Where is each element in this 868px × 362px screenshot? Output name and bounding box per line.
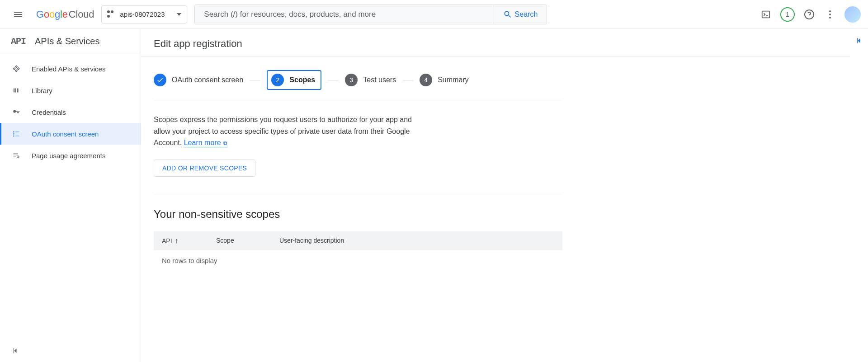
help-button[interactable] <box>803 8 816 21</box>
step-number: 4 <box>420 74 432 86</box>
search-box: Search <box>194 5 547 24</box>
sort-arrow-up-icon: ↑ <box>175 237 179 245</box>
help-icon <box>804 9 815 20</box>
search-icon <box>503 10 512 19</box>
scopes-table: API ↑ Scope User-facing description No r… <box>154 231 562 271</box>
step-oauth-consent[interactable]: OAuth consent screen <box>154 74 243 86</box>
table-empty-row: No rows to display <box>154 250 562 271</box>
step-number: 3 <box>345 74 358 86</box>
chevron-left-icon <box>11 346 20 355</box>
sidebar-item-label: Library <box>32 87 52 94</box>
project-picker[interactable]: apis-08072023 <box>101 5 187 24</box>
sidebar-item-label: Credentials <box>32 108 66 116</box>
external-link-icon: ⧉ <box>222 140 227 146</box>
kebab-icon <box>829 10 831 19</box>
library-icon <box>11 85 22 96</box>
search-input[interactable] <box>195 10 493 19</box>
scopes-description: Scopes express the permissions you reque… <box>154 114 425 149</box>
step-connector <box>328 80 339 80</box>
step-label: OAuth consent screen <box>172 76 243 84</box>
search-button[interactable]: Search <box>494 5 547 24</box>
step-number: 2 <box>271 74 284 86</box>
sidebar-item-oauth-consent[interactable]: OAuth consent screen <box>0 123 141 145</box>
sidebar-item-page-usage[interactable]: Page usage agreements <box>0 145 141 166</box>
svg-rect-4 <box>857 38 858 43</box>
hamburger-menu-button[interactable] <box>7 4 29 25</box>
sidebar-title: APIs & Services <box>35 36 99 47</box>
sidebar-header[interactable]: API APIs & Services <box>0 29 141 54</box>
diamond-icon <box>11 63 22 74</box>
terminal-icon <box>761 9 771 19</box>
step-scopes[interactable]: 2 Scopes <box>267 70 321 90</box>
sidebar-item-label: Enabled APIs & services <box>32 65 105 73</box>
sidebar-item-label: OAuth consent screen <box>32 130 99 138</box>
hamburger-icon <box>13 9 24 20</box>
chevron-left-icon <box>854 36 863 45</box>
sidebar-item-library[interactable]: Library <box>0 80 141 101</box>
page-title: Edit app registration <box>154 38 242 50</box>
header: Google Cloud apis-08072023 Search 1 <box>0 0 868 29</box>
step-label: Test users <box>363 76 396 84</box>
learn-more-link[interactable]: Learn more ⧉ <box>184 139 227 147</box>
header-actions: 1 <box>760 6 861 23</box>
svg-point-2 <box>17 156 19 158</box>
notifications-badge[interactable]: 1 <box>780 7 795 22</box>
project-icon <box>107 10 115 19</box>
project-name: apis-08072023 <box>120 10 165 18</box>
agreement-icon <box>11 150 22 161</box>
column-scope[interactable]: Scope <box>216 237 279 245</box>
sidebar-item-label: Page usage agreements <box>32 152 105 160</box>
step-summary[interactable]: 4 Summary <box>420 74 468 86</box>
cloud-shell-button[interactable] <box>760 8 772 21</box>
step-connector <box>402 80 413 80</box>
api-logo-icon: API <box>11 36 26 47</box>
svg-rect-3 <box>14 348 14 353</box>
sidebar-item-credentials[interactable]: Credentials <box>0 101 141 123</box>
collapse-sidebar-button[interactable] <box>11 346 20 357</box>
svg-rect-0 <box>762 11 770 18</box>
google-cloud-logo[interactable]: Google Cloud <box>36 9 94 20</box>
step-test-users[interactable]: 3 Test users <box>345 74 396 86</box>
account-avatar[interactable] <box>844 6 861 23</box>
step-connector <box>250 80 260 80</box>
step-label: Scopes <box>289 76 315 84</box>
check-icon <box>154 74 166 86</box>
sidebar-item-enabled-apis[interactable]: Enabled APIs & services <box>0 58 141 80</box>
consent-icon <box>11 128 22 139</box>
more-options-button[interactable] <box>824 8 836 21</box>
right-panel-toggle[interactable] <box>850 29 868 362</box>
step-label: Summary <box>438 76 468 84</box>
stepper: OAuth consent screen 2 Scopes 3 Test use… <box>154 56 562 101</box>
add-remove-scopes-button[interactable]: ADD OR REMOVE SCOPES <box>154 160 255 177</box>
chevron-down-icon <box>177 13 181 16</box>
sidebar: API APIs & Services Enabled APIs & servi… <box>0 29 141 362</box>
key-icon <box>11 107 22 118</box>
non-sensitive-scopes-heading: Your non-sensitive scopes <box>154 208 562 221</box>
column-description[interactable]: User-facing description <box>279 237 554 245</box>
column-api[interactable]: API ↑ <box>162 237 216 245</box>
